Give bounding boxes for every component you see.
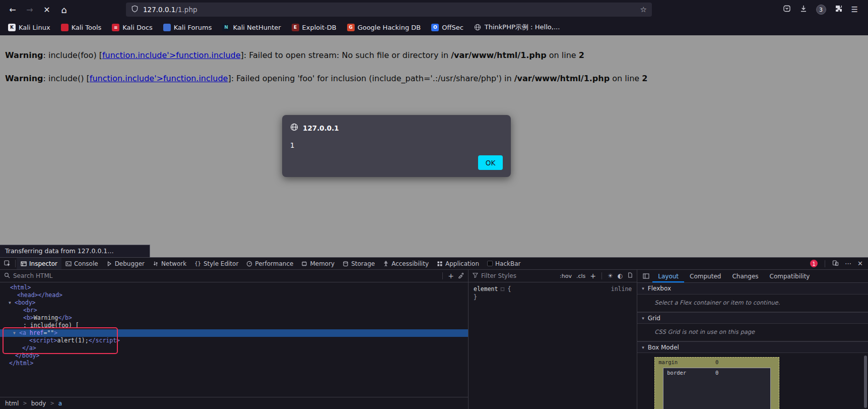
node-a-close[interactable]: </a> xyxy=(0,344,468,352)
network-icon xyxy=(153,261,159,267)
node-a-selected[interactable]: ▼<a href=""> xyxy=(0,329,468,337)
tab-computed[interactable]: Computed xyxy=(684,270,726,282)
devtools-tab-memory[interactable]: Memory xyxy=(297,258,339,269)
tab-layout[interactable]: Layout xyxy=(652,270,684,282)
filter-styles-input[interactable] xyxy=(481,272,557,279)
eyedropper-icon[interactable] xyxy=(458,272,464,280)
tab-changes[interactable]: Changes xyxy=(726,270,764,282)
node-br[interactable]: <br> xyxy=(0,307,468,314)
bookmark-google-hacking-db[interactable]: GGoogle Hacking DB xyxy=(347,24,421,31)
alert-ok-button[interactable]: OK xyxy=(478,155,503,170)
responsive-design-icon[interactable] xyxy=(832,260,839,268)
scrollbar-thumb[interactable] xyxy=(864,356,867,408)
node-body-open[interactable]: ▼<body> xyxy=(0,299,468,307)
node-body-close[interactable]: </body> xyxy=(0,352,468,360)
bookmark-kali-linux[interactable]: KKali Linux xyxy=(8,24,50,31)
container-badge[interactable]: 3 xyxy=(816,5,826,15)
devtools-tab-style-editor[interactable]: {} Style Editor xyxy=(190,258,242,269)
bookmark-kali-forums[interactable]: Kali Forums xyxy=(163,24,212,31)
node-head[interactable]: <head></head> xyxy=(0,291,468,299)
hamburger-menu-icon[interactable]: ☰ xyxy=(851,5,858,14)
tag: <a xyxy=(19,329,30,337)
url-path: /1.php xyxy=(175,6,197,14)
layout-tabbar: Layout Computed Changes Compatibility xyxy=(637,270,868,283)
exploit-db-favicon: E xyxy=(292,24,299,31)
bookmark-offsec[interactable]: OOffSec xyxy=(431,24,463,31)
back-icon: ← xyxy=(9,5,16,15)
print-media-icon[interactable] xyxy=(627,272,633,279)
devtools-tab-performance[interactable]: Performance xyxy=(242,258,297,269)
border-top-value[interactable]: 0 xyxy=(663,370,770,376)
back-button[interactable]: ← xyxy=(5,3,20,17)
function-include-link[interactable]: function.include'>function.include xyxy=(90,74,228,83)
breadcrumb-item-a[interactable]: a xyxy=(58,400,62,407)
inspector-markup-panel: + <html> <head></head> ▼<body> <br> <b>W… xyxy=(0,270,469,409)
url-bar[interactable]: 127.0.0.1/1.php ☆ xyxy=(126,3,652,17)
warning-text: on line xyxy=(610,74,642,83)
bookmarks-bar: KKali Linux Kali Tools ≡Kali Docs Kali F… xyxy=(0,19,868,35)
devtools-tab-storage[interactable]: Storage xyxy=(339,258,379,269)
light-scheme-icon[interactable]: ☀ xyxy=(608,272,613,279)
php-warning-1: Warning: include(foo) [function.include'… xyxy=(5,50,861,60)
markup-search-bar: + xyxy=(0,270,468,282)
node-b[interactable]: <b>Warning</b> xyxy=(0,314,468,322)
bookmark-kali-nethunter[interactable]: NKali NetHunter xyxy=(222,24,281,31)
bookmark-star-icon[interactable]: ☆ xyxy=(640,5,647,14)
sidebar-panes-icon[interactable] xyxy=(639,273,652,279)
function-include-link[interactable]: function.include'>function.include xyxy=(102,50,241,60)
node-html-open[interactable]: <html> xyxy=(0,284,468,291)
devtools-body: + <html> <head></head> ▼<body> <br> <b>W… xyxy=(0,270,868,409)
dark-scheme-icon[interactable]: ◐ xyxy=(618,272,623,279)
add-rule-icon[interactable]: + xyxy=(590,272,596,280)
devtools-tab-accessibility[interactable]: Accessibility xyxy=(379,258,433,269)
twisty-icon[interactable]: ▼ xyxy=(12,329,17,337)
extensions-puzzle-icon[interactable] xyxy=(835,5,843,15)
tag: </html> xyxy=(9,360,33,367)
element-highlight-icon[interactable] xyxy=(501,287,504,291)
bookmark-kali-docs[interactable]: ≡Kali Docs xyxy=(112,24,153,31)
class-toggle[interactable]: .cls xyxy=(576,273,585,279)
save-to-pocket-icon[interactable] xyxy=(783,5,791,15)
url-text[interactable]: 127.0.0.1/1.php xyxy=(143,6,636,14)
attribute-name: href xyxy=(30,329,44,337)
devtools-meatball-menu-icon[interactable]: ⋯ xyxy=(845,260,851,267)
bookmark-kali-tools[interactable]: Kali Tools xyxy=(61,24,102,31)
tab-compatibility[interactable]: Compatibility xyxy=(764,270,816,282)
breadcrumb-item-html[interactable]: html xyxy=(5,400,19,407)
error-count-badge[interactable]: 1 xyxy=(810,260,818,267)
box-model-section-header[interactable]: ▾ Box Model xyxy=(637,341,868,353)
stop-button[interactable]: ✕ xyxy=(39,3,54,17)
globe-favicon xyxy=(474,24,482,31)
devtools-tab-inspector[interactable]: Inspector xyxy=(17,258,61,269)
section-title: Flexbox xyxy=(648,285,671,292)
flexbox-section-header[interactable]: ▾ Flexbox xyxy=(637,283,868,295)
devtools-tab-hackbar[interactable]: HackBar xyxy=(483,258,524,269)
margin-top-value[interactable]: 0 xyxy=(655,359,779,365)
downloads-icon[interactable] xyxy=(799,5,808,15)
node-script[interactable]: <script>alert(1);</script> xyxy=(0,337,468,344)
pseudo-class-toggle[interactable]: :hov xyxy=(560,273,572,279)
grid-section-header[interactable]: ▾ Grid xyxy=(637,312,868,324)
warning-text: on line xyxy=(547,50,579,60)
home-button[interactable]: ⌂ xyxy=(56,3,72,17)
tracking-shield-icon[interactable] xyxy=(131,5,139,15)
breadcrumb-item-body[interactable]: body xyxy=(31,400,46,407)
forward-button[interactable]: → xyxy=(22,3,37,17)
node-text[interactable]: : include(foo) [ xyxy=(0,322,468,329)
devtools-close-icon[interactable]: ✕ xyxy=(857,260,863,267)
devtools-tab-label: Performance xyxy=(255,260,293,267)
pick-element-button[interactable] xyxy=(0,258,14,269)
search-html-input[interactable] xyxy=(13,272,438,279)
devtools-tab-console[interactable]: Console xyxy=(61,258,102,269)
add-node-icon[interactable]: + xyxy=(448,272,454,280)
bookmark-exploit-db[interactable]: EExploit-DB xyxy=(292,24,337,31)
bookmark-thinkphp[interactable]: ThinkPHP示例：Hello,... xyxy=(474,23,560,32)
twisty-icon[interactable]: ▼ xyxy=(8,299,12,307)
text-node: : include(foo) [ xyxy=(23,322,79,329)
devtools-tab-network[interactable]: Network xyxy=(149,258,190,269)
devtools-tab-application[interactable]: Application xyxy=(433,258,483,269)
inline-style-link[interactable]: inline xyxy=(611,285,632,293)
devtools-tab-debugger[interactable]: Debugger xyxy=(102,258,149,269)
node-html-close[interactable]: </html> xyxy=(0,360,468,367)
console-icon xyxy=(65,261,72,267)
